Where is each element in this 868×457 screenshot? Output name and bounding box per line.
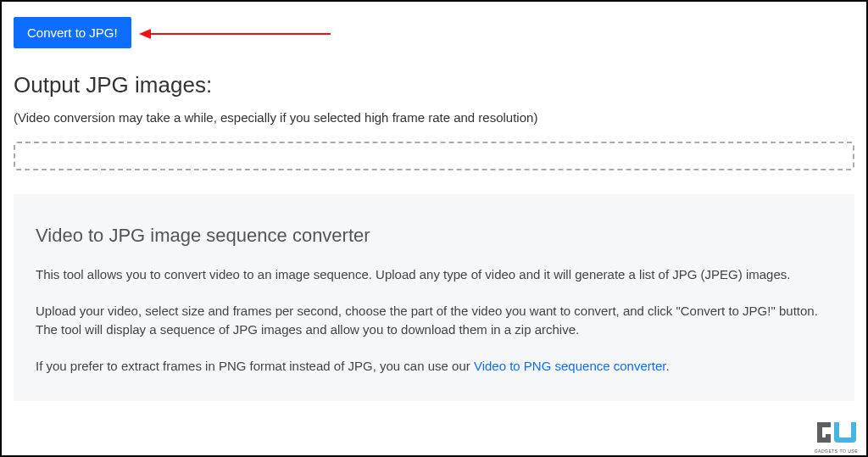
info-p3-prefix: If you prefer to extract frames in PNG f… xyxy=(36,359,474,373)
convert-to-jpg-button[interactable]: Convert to JPG! xyxy=(14,17,131,48)
watermark-text: GADGETS TO USE xyxy=(815,449,858,454)
video-to-png-link[interactable]: Video to PNG sequence converter xyxy=(474,359,666,373)
info-paragraph-3: If you prefer to extract frames in PNG f… xyxy=(36,357,832,376)
info-p3-suffix: . xyxy=(665,359,669,373)
output-dropzone[interactable] xyxy=(14,142,854,170)
info-title: Video to JPG image sequence converter xyxy=(36,225,832,247)
output-heading: Output JPG images: xyxy=(14,72,854,98)
watermark-logo xyxy=(814,416,860,450)
info-paragraph-1: This tool allows you to convert video to… xyxy=(36,265,832,285)
svg-marker-1 xyxy=(139,29,151,39)
info-paragraph-2: Upload your video, select size and frame… xyxy=(36,302,832,340)
conversion-note: (Video conversion may take a while, espe… xyxy=(14,110,854,125)
annotation-arrow xyxy=(137,25,332,42)
info-panel: Video to JPG image sequence converter Th… xyxy=(14,194,854,401)
